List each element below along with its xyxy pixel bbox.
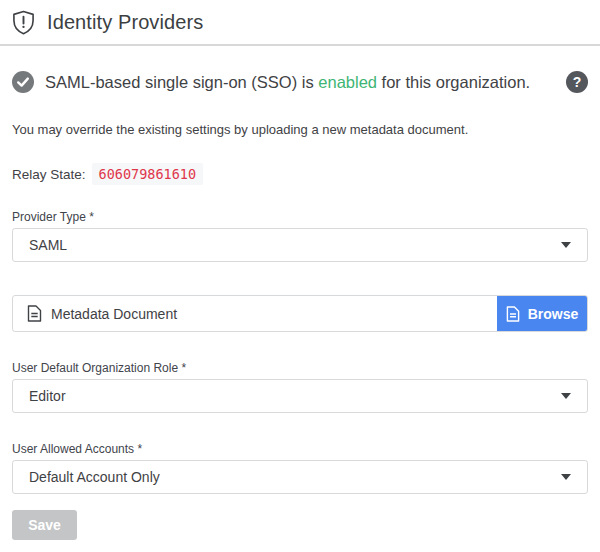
metadata-document-placeholder: Metadata Document [51,306,177,322]
metadata-document-input[interactable]: Metadata Document [13,296,497,331]
shield-exclamation-icon [12,10,35,35]
browse-button[interactable]: Browse [497,296,587,331]
save-button[interactable]: Save [12,510,77,540]
sso-status-enabled: enabled [318,73,377,91]
override-description: You may override the existing settings b… [12,122,588,137]
relay-state-label: Relay State: [12,167,86,182]
provider-type-value: SAML [29,237,67,253]
help-icon[interactable]: ? [566,71,588,93]
sso-status-suffix: for this organization. [377,73,530,91]
page-header: Identity Providers [0,0,600,46]
sso-status-prefix: SAML-based single sign-on (SSO) is [45,73,318,91]
relay-state-value: 606079861610 [92,163,204,185]
org-role-group: User Default Organization Role * Editor [12,361,588,413]
document-icon [27,305,42,322]
chevron-down-icon [561,242,571,248]
sso-status-row: SAML-based single sign-on (SSO) is enabl… [12,71,588,93]
provider-type-select[interactable]: SAML [12,228,588,262]
allowed-accounts-label: User Allowed Accounts * [12,442,588,456]
provider-type-label: Provider Type * [12,210,588,224]
metadata-document-row: Metadata Document Browse [12,295,588,332]
browse-document-icon [506,306,520,322]
check-circle-icon [12,71,34,93]
allowed-accounts-group: User Allowed Accounts * Default Account … [12,442,588,494]
allowed-accounts-value: Default Account Only [29,469,160,485]
relay-state-row: Relay State: 606079861610 [12,163,588,185]
chevron-down-icon [561,474,571,480]
allowed-accounts-select[interactable]: Default Account Only [12,460,588,494]
provider-type-group: Provider Type * SAML [12,210,588,262]
sso-status-text: SAML-based single sign-on (SSO) is enabl… [45,73,555,92]
chevron-down-icon [561,393,571,399]
org-role-select[interactable]: Editor [12,379,588,413]
page-title: Identity Providers [47,11,203,34]
identity-providers-page: Identity Providers SAML-based single sig… [0,0,600,552]
browse-button-label: Browse [528,306,579,322]
org-role-label: User Default Organization Role * [12,361,588,375]
org-role-value: Editor [29,388,66,404]
page-content: SAML-based single sign-on (SSO) is enabl… [0,71,600,540]
